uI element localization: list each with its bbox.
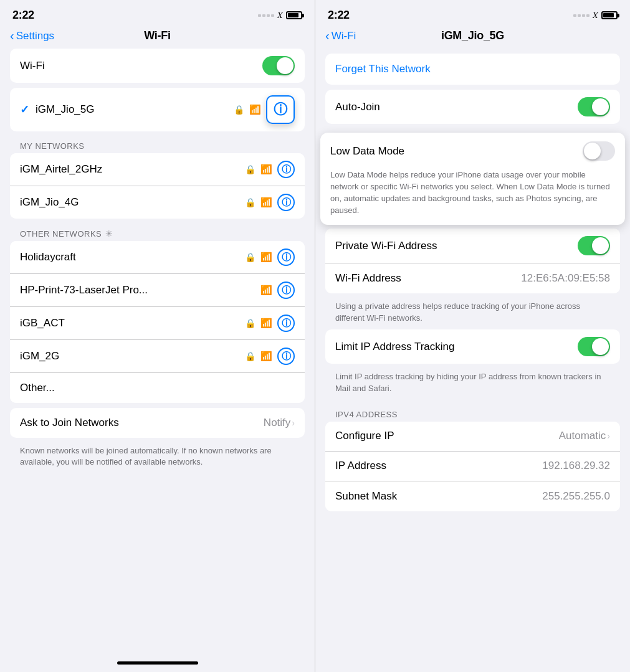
wifi-label: Wi-Fi — [20, 60, 45, 72]
connected-network-name: iGM_Jio_5G — [36, 103, 94, 116]
network-info-button[interactable]: ⓘ — [277, 248, 295, 266]
low-data-mode-card: Low Data Mode Low Data Mode helps reduce… — [320, 133, 625, 225]
low-data-mode-label: Low Data Mode — [330, 145, 404, 158]
right-panel: 2:22 𝛸 ‹ Wi-Fi iGM_Jio_5G Forget This Ne… — [315, 0, 630, 672]
my-networks-header: MY NETWORKS — [0, 136, 315, 153]
left-status-bar: 2:22 𝛸 — [0, 0, 315, 27]
connected-network-right: 🔒 📶 ⓘ — [234, 95, 295, 124]
private-wifi-toggle[interactable] — [578, 236, 610, 255]
left-nav-title: Wi-Fi — [144, 29, 170, 42]
wifi-signal-icon: 📶 — [260, 164, 272, 175]
right-status-icons: 𝛸 — [573, 10, 618, 21]
other-networks-section: Holidaycraft 🔒 📶 ⓘ HP-Print-73-LaserJet … — [10, 241, 305, 403]
forget-network-label: Forget This Network — [335, 63, 431, 75]
table-row[interactable]: HP-Print-73-LaserJet Pro... 📶 ⓘ — [10, 274, 305, 307]
right-nav-bar: ‹ Wi-Fi iGM_Jio_5G — [315, 27, 630, 49]
my-networks-section: iGM_Airtel_2GHz 🔒 📶 ⓘ iGM_Jio_4G 🔒 📶 ⓘ — [10, 153, 305, 219]
table-row[interactable]: iGB_ACT 🔒 📶 ⓘ — [10, 307, 305, 340]
subnet-mask-value: 255.255.255.0 — [542, 490, 610, 503]
network-name: Holidaycraft — [20, 251, 76, 263]
connected-network-info-button[interactable]: ⓘ — [266, 95, 295, 124]
ipv4-section: Configure IP Automatic › IP Address 192.… — [325, 422, 620, 511]
private-wifi-section: Private Wi-Fi Address Wi-Fi Address 12:E… — [325, 229, 620, 293]
settings-back-button[interactable]: ‹ Settings — [10, 30, 54, 42]
back-chevron-icon: ‹ — [325, 29, 330, 42]
connected-network-row[interactable]: ✓ iGM_Jio_5G 🔒 📶 ⓘ — [10, 88, 305, 131]
network-info-button[interactable]: ⓘ — [277, 348, 295, 365]
wifi-signal-icon: 📶 — [260, 351, 272, 362]
right-time: 2:22 — [328, 9, 350, 22]
limit-ip-row[interactable]: Limit IP Address Tracking — [325, 329, 620, 364]
network-name: Other... — [20, 382, 55, 394]
ip-address-value: 192.168.29.32 — [542, 460, 610, 472]
subnet-mask-row: Subnet Mask 255.255.255.0 — [325, 481, 620, 511]
network-info-button[interactable]: ⓘ — [277, 194, 295, 211]
wifi-signal-icon: 📶 — [260, 318, 272, 329]
limit-ip-note: Limit IP address tracking by hiding your… — [315, 369, 630, 400]
forget-network-row[interactable]: Forget This Network — [325, 54, 620, 85]
spinner-icon: ✳ — [105, 229, 113, 239]
wifi-toggle-row[interactable]: Wi-Fi — [10, 49, 305, 83]
ask-to-join-section: Ask to Join Networks Notify › — [10, 408, 305, 438]
network-name: iGM_2G — [20, 350, 59, 362]
lock-icon: 🔒 — [245, 164, 255, 174]
left-nav-bar: ‹ Settings Wi-Fi — [0, 27, 315, 49]
other-networks-header: OTHER NETWORKS ✳ — [0, 224, 315, 241]
private-wifi-row[interactable]: Private Wi-Fi Address — [325, 229, 620, 263]
table-row[interactable]: iGM_Jio_4G 🔒 📶 ⓘ — [10, 186, 305, 219]
network-name: HP-Print-73-LaserJet Pro... — [20, 284, 148, 296]
table-row[interactable]: iGM_Airtel_2GHz 🔒 📶 ⓘ — [10, 153, 305, 186]
auto-join-toggle[interactable] — [578, 97, 610, 116]
low-data-mode-toggle[interactable] — [583, 141, 615, 161]
ask-to-join-note: Known networks will be joined automatica… — [0, 443, 315, 475]
network-name: iGM_Jio_4G — [20, 196, 79, 209]
network-info-button[interactable]: ⓘ — [277, 282, 295, 299]
wifi-address-value: 12:E6:5A:09:E5:58 — [521, 272, 610, 285]
configure-ip-row[interactable]: Configure IP Automatic › — [325, 422, 620, 452]
network-info-button[interactable]: ⓘ — [277, 315, 295, 332]
network-name: iGB_ACT — [20, 317, 65, 329]
back-label: Settings — [16, 30, 54, 42]
forget-network-section: Forget This Network — [325, 54, 620, 85]
wifi-toggle-section: Wi-Fi — [10, 49, 305, 83]
wifi-back-button[interactable]: ‹ Wi-Fi — [325, 30, 356, 42]
table-row[interactable]: Holidaycraft 🔒 📶 ⓘ — [10, 241, 305, 274]
auto-join-label: Auto-Join — [335, 101, 380, 113]
home-indicator — [117, 661, 198, 665]
right-nav-title: iGM_Jio_5G — [441, 29, 504, 42]
low-data-mode-row[interactable]: Low Data Mode — [320, 133, 625, 169]
chevron-right-icon: › — [292, 418, 295, 428]
wifi-row-left: Wi-Fi — [20, 60, 262, 72]
configure-ip-label: Configure IP — [335, 430, 394, 442]
private-wifi-label: Private Wi-Fi Address — [335, 240, 437, 252]
connected-network-left: ✓ iGM_Jio_5G — [20, 103, 234, 116]
table-row[interactable]: Other... — [10, 373, 305, 403]
battery-icon — [601, 11, 618, 19]
network-info-button[interactable]: ⓘ — [277, 161, 295, 178]
ask-to-join-value: Notify › — [264, 417, 295, 429]
ask-to-join-row[interactable]: Ask to Join Networks Notify › — [10, 408, 305, 438]
wifi-status-icon: 𝛸 — [277, 10, 283, 21]
limit-ip-toggle[interactable] — [578, 337, 610, 356]
auto-join-section: Auto-Join — [325, 90, 620, 124]
low-data-mode-description: Low Data Mode helps reduce your iPhone d… — [320, 169, 625, 225]
configure-ip-value: Automatic › — [559, 430, 610, 442]
ip-address-label: IP Address — [335, 460, 386, 472]
lock-icon: 🔒 — [245, 252, 255, 262]
wifi-toggle[interactable] — [262, 56, 295, 75]
network-name: iGM_Airtel_2GHz — [20, 163, 102, 176]
wifi-status-icon: 𝛸 — [593, 10, 598, 21]
subnet-mask-label: Subnet Mask — [335, 490, 397, 503]
battery-icon — [286, 11, 302, 19]
wifi-signal-icon: 📶 — [260, 252, 272, 263]
limit-ip-section: Limit IP Address Tracking — [325, 329, 620, 364]
private-wifi-note: Using a private address helps reduce tra… — [315, 298, 630, 329]
wifi-address-row: Wi-Fi Address 12:E6:5A:09:E5:58 — [325, 263, 620, 293]
auto-join-row[interactable]: Auto-Join — [325, 90, 620, 124]
lock-icon: 🔒 — [245, 351, 255, 361]
table-row[interactable]: iGM_2G 🔒 📶 ⓘ — [10, 340, 305, 373]
ask-to-join-label: Ask to Join Networks — [20, 417, 119, 429]
connected-network-section: ✓ iGM_Jio_5G 🔒 📶 ⓘ — [10, 88, 305, 131]
signal-icon — [573, 14, 589, 17]
left-time: 2:22 — [12, 9, 34, 22]
